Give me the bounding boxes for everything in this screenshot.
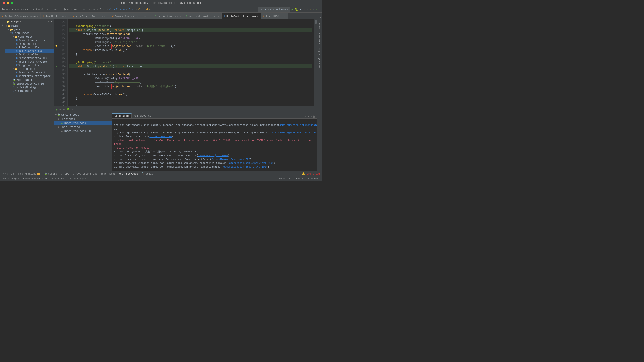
encoding[interactable]: UTF-8	[295, 177, 304, 180]
services-springboot[interactable]: ▼ 🍃 Spring Boot	[54, 113, 112, 117]
scroll-up-icon[interactable]: ▲	[305, 115, 306, 118]
tree-filecontroller[interactable]: C FileController	[5, 46, 54, 50]
nav-file[interactable]: ⬡ HelloController	[109, 8, 135, 11]
nav-imooc[interactable]: imooc	[80, 8, 88, 11]
nav-method[interactable]: ⬡ produce	[138, 8, 152, 11]
link-7[interactable]: ReaderBasedJsonParser.java:1914	[222, 166, 268, 168]
run-gutter-icon[interactable]: ▶	[56, 28, 57, 32]
nav-module[interactable]: book-api	[32, 8, 44, 11]
bean-validation-tab[interactable]: Bean Validation	[318, 47, 321, 70]
services-imooc-finished[interactable]: ▶ imooc-red-book-8...	[54, 121, 112, 125]
scrollbar-thumb[interactable]	[315, 20, 317, 24]
nav-java[interactable]: java	[64, 8, 69, 11]
nav-src[interactable]: src	[47, 8, 51, 11]
tab-close-icon[interactable]: ✕	[284, 15, 286, 18]
tab-services[interactable]: ⚙ 8: Services	[118, 171, 140, 176]
tree-minioconfig[interactable]: C MinIOConfig	[5, 89, 54, 93]
tree-commentcontroller[interactable]: C CommentController	[5, 39, 54, 42]
tab-close-icon[interactable]: ✕	[257, 15, 258, 18]
tree-interceptor[interactable]: ▼ 📂 interceptor	[5, 67, 54, 71]
services-imooc-notstarted[interactable]: ▶ imooc-red-book-80...	[54, 129, 112, 133]
tree-com-imooc[interactable]: ▼ ⬡ com.imooc	[5, 31, 54, 35]
maximize-button[interactable]	[11, 2, 14, 5]
tab-jsonutils[interactable]: J JsonUtils.java ✕	[41, 13, 71, 19]
tab-close-icon[interactable]: ✕	[37, 15, 38, 18]
tab-hellocontroller[interactable]: C HelloController.java ✕	[222, 13, 261, 19]
warning-gutter-icon[interactable]: 💡	[55, 44, 58, 48]
code-editor[interactable]: @GetMapping("produce") public Object pro…	[68, 19, 314, 106]
run-gutter-icon[interactable]: ▶	[56, 65, 57, 69]
window-controls[interactable]	[3, 2, 14, 5]
nav-project[interactable]: imooc-red-book-dev	[2, 8, 28, 11]
tree-java[interactable]: ▼ 📂 java	[5, 28, 54, 31]
tab-application-yml[interactable]: Y application.yml ✕	[152, 13, 184, 19]
tree-passportinterceptor[interactable]: C PassportInterceptor	[5, 71, 54, 75]
tree-interceptorconfig[interactable]: 🍃 InterceptorConfig	[5, 82, 54, 86]
editor-scrollbar[interactable]	[314, 19, 317, 106]
link-6[interactable]: ReaderBasedJsonParser.java:2868	[228, 162, 274, 164]
link-4[interactable]: JsonParser.java:1840	[198, 154, 228, 157]
debug-button[interactable]: 🐛	[295, 8, 298, 11]
tab-todo[interactable]: ☑ TODO	[59, 171, 71, 176]
nav-com[interactable]: com	[73, 8, 77, 11]
services-finished[interactable]: ▼ ✓ Finished	[54, 117, 112, 121]
coverage-button[interactable]: ▶	[300, 8, 302, 11]
nav-main[interactable]: main	[54, 8, 60, 11]
filter-button[interactable]: ⊟	[60, 108, 61, 111]
tab-rabbitmqc[interactable]: J RabbitMQC... ✕	[261, 13, 288, 19]
tab-java-enterprise[interactable]: ☕ Java Enterprise	[71, 171, 99, 176]
tab-application-dev-yml[interactable]: Y application-dev.yml ✕	[184, 13, 222, 19]
tree-fanscontroller[interactable]: C FansController	[5, 42, 54, 46]
tab-close-icon[interactable]: ✕	[106, 15, 108, 18]
tree-passportcontroller[interactable]: C PassportController	[5, 57, 54, 60]
add-button[interactable]: +	[75, 108, 76, 111]
tree-button[interactable]: 🌳	[66, 108, 70, 111]
line-separator[interactable]: LF	[288, 177, 293, 180]
group-button[interactable]: ⊞	[63, 108, 64, 111]
link-1[interactable]: SimpleMessageListenerContainer.java:1289	[279, 124, 317, 126]
tab-close-icon[interactable]: ✕	[218, 15, 219, 18]
scroll-down-icon[interactable]: ▼	[308, 115, 309, 118]
sidebar-settings-icon[interactable]: ⚙	[48, 20, 50, 23]
copy-icon[interactable]: ⊡	[310, 115, 312, 118]
tree-hellocontroller[interactable]: C HelloController	[5, 50, 54, 53]
tab-close-icon[interactable]: ✕	[67, 15, 68, 18]
link-3[interactable]: Thread.java:748	[149, 135, 172, 138]
link-5[interactable]: ParserMinimalBase.java:722	[212, 158, 250, 161]
tab-vlogserviceimpl[interactable]: J VlogServiceImpl.java ✕	[71, 13, 110, 19]
tab-close-icon[interactable]: ✕	[148, 15, 150, 18]
services-not-started[interactable]: ▼ ○ Not Started	[54, 125, 112, 129]
tab-console[interactable]: ⊞ Console	[112, 113, 132, 118]
tab-build[interactable]: 🔨 Build	[140, 171, 155, 176]
tab-run[interactable]: ▶ 4: Run	[1, 171, 16, 176]
clear-icon[interactable]: 🗑	[312, 115, 315, 118]
tree-knife4jconfig[interactable]: C Knife4jConfig	[5, 86, 54, 89]
tree-usertokeninterceptor[interactable]: C UserTokenInterceptor	[5, 75, 54, 78]
tree-controller[interactable]: ▼ 📂 controller	[5, 35, 54, 39]
tree-userinfocontroller[interactable]: C UserInfoController	[5, 60, 54, 64]
database-tab[interactable]: Database	[318, 31, 321, 46]
tab-commentcontroller[interactable]: J CommentController.java ✕	[110, 13, 152, 19]
tab-terminal[interactable]: ⊞ Terminal	[100, 171, 117, 176]
tab-spring[interactable]: 🍃 Spring	[42, 171, 59, 176]
run-config-selector[interactable]: imooc-red-book-8099	[258, 7, 290, 12]
close-button[interactable]	[3, 2, 5, 5]
tree-vlogcontroller[interactable]: C VlogController	[5, 64, 54, 67]
project-panel-btn[interactable]: Project	[1, 20, 4, 32]
tree-main[interactable]: ▼ 📂 main	[5, 24, 54, 28]
link-2[interactable]: SimpleMessageListenerContainer.java:1195	[272, 131, 317, 134]
nav-controller[interactable]: controller	[91, 8, 106, 11]
minimize-button[interactable]	[7, 2, 10, 5]
tabs-overflow[interactable]: ▼	[319, 16, 322, 19]
tree-msgcontroller[interactable]: C MsgController	[5, 53, 54, 57]
tree-application[interactable]: 🍃 Application	[5, 78, 54, 82]
tab-rabbitmqconsumer[interactable]: J RabbitMQConsumer.java ✕	[0, 13, 41, 19]
tab-endpoints[interactable]: ⊙ Endpoints	[132, 113, 154, 118]
sidebar-close-icon[interactable]: ✕	[50, 20, 52, 23]
run-service-button[interactable]: ▶	[56, 108, 58, 111]
event-log-btn[interactable]: 🔔 Event Log	[302, 172, 320, 175]
run-button[interactable]: ▶	[292, 8, 294, 11]
indent-size[interactable]: 4 spaces	[306, 177, 320, 180]
cursor-position[interactable]: 29:32	[277, 177, 286, 180]
tab-problems[interactable]: ⚠ 6: Problems 2	[16, 171, 42, 176]
